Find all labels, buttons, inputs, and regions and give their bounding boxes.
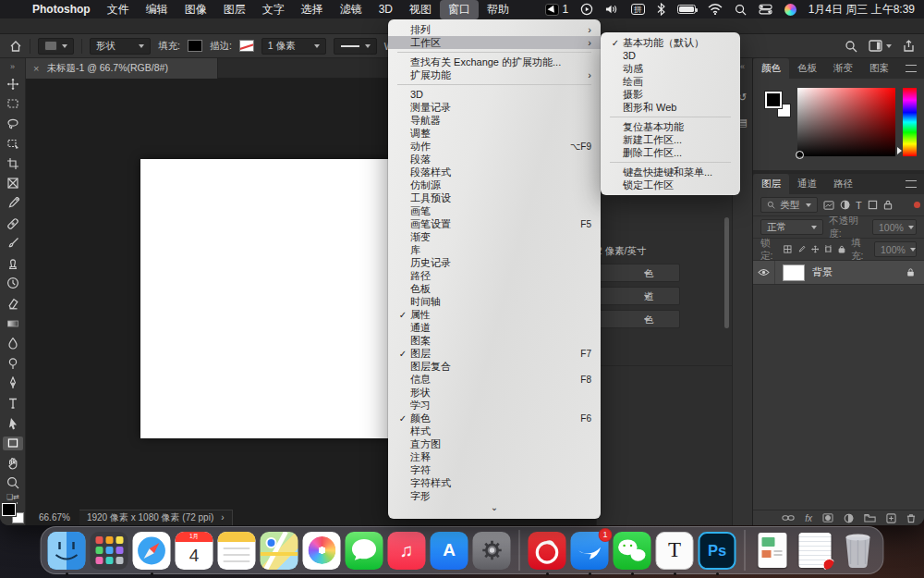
new-layer-icon[interactable] [886,513,896,523]
tab-颜色[interactable]: 颜色 [753,58,789,79]
submenu-item-绘画[interactable]: 绘画 [601,75,740,88]
lock-transparency-icon[interactable] [784,244,792,254]
menu-item-字形[interactable]: 字形 [388,489,601,502]
tab-图层[interactable]: 图层 [753,174,789,194]
filter-type-layers-icon[interactable]: T [856,200,862,211]
menu-item-直方图[interactable]: 直方图 [388,437,601,450]
menubar-item-图层[interactable]: 图层 [215,0,254,19]
submenu-item-动感[interactable]: 动感 [601,62,740,75]
layer-row-background[interactable]: 背景 [753,261,924,285]
crop-tool[interactable] [3,156,23,170]
layer-visibility-toggle[interactable] [753,261,775,284]
dock-app-app-store[interactable]: A [431,532,468,570]
menu-item-工作区[interactable]: 工作区› [388,36,601,49]
document-info[interactable]: 1920 像素 x 1080 像素 (72 ppi) › [79,510,233,526]
menubar-clock[interactable]: 1月4日 周三 上午8:39 [808,2,915,18]
filter-shape-layers-icon[interactable] [868,200,878,210]
now-playing-icon[interactable] [580,3,593,16]
hand-tool[interactable] [3,456,23,470]
lock-position-icon[interactable] [811,244,820,254]
zoom-tool[interactable] [3,476,23,490]
spotlight-search-icon[interactable] [735,4,747,16]
workspace-switcher[interactable] [869,40,892,52]
dodge-tool[interactable] [3,356,23,370]
zoom-level[interactable]: 66.67% [39,512,70,523]
menu-item-路径[interactable]: 路径 [388,269,601,282]
collapse-toolbar-icon[interactable]: » [0,58,25,73]
menu-item-样式[interactable]: 样式 [388,424,601,437]
dock-app-trash[interactable] [839,532,877,570]
submenu-item-基本功能（默认）[interactable]: ✓基本功能（默认） [601,36,740,49]
default-colors-icon[interactable]: ❏⇄ [6,493,19,501]
menu-item-查找有关 Exchange 的扩展功能...[interactable]: 查找有关 Exchange 的扩展功能... [388,55,601,68]
submenu-item-复位基本功能[interactable]: 复位基本功能 [601,120,740,133]
volume-icon[interactable] [605,4,619,15]
tab-图案[interactable]: 图案 [861,58,897,79]
stroke-width-select[interactable]: 1 像素 [261,38,326,55]
lock-all-icon[interactable] [838,244,845,254]
submenu-item-键盘快捷键和菜单...[interactable]: 键盘快捷键和菜单... [601,166,740,178]
menu-item-调整[interactable]: 调整 [388,127,601,140]
lasso-tool[interactable] [3,117,23,130]
filtering-toggle[interactable] [914,202,920,208]
menu-item-历史记录[interactable]: 历史记录 [388,256,601,269]
filter-type-select[interactable]: 类型 [760,197,818,213]
dock-app-finder[interactable] [48,532,86,570]
menu-item-动作[interactable]: 动作⌥F9 [388,140,601,153]
submenu-item-删除工作区...[interactable]: 删除工作区... [601,146,740,159]
submenu-item-图形和 Web[interactable]: 图形和 Web [601,101,740,114]
menu-item-属性[interactable]: ✓属性 [388,308,601,321]
menu-item-渐变[interactable]: 渐变 [388,230,601,243]
healing-brush-tool[interactable] [3,216,23,230]
menu-item-时间轴[interactable]: 时间轴 [388,295,601,308]
dock-app-launchpad[interactable] [91,532,128,570]
menu-item-画笔设置[interactable]: 画笔设置F5 [388,217,601,230]
saturation-brightness-field[interactable] [797,88,895,156]
dock-app-safari[interactable] [133,532,171,570]
submenu-item-新建工作区...[interactable]: 新建工作区... [601,133,740,146]
menu-item-库[interactable]: 库 [388,243,601,256]
bluetooth-icon[interactable] [657,3,665,16]
menu-item-测量记录[interactable]: 测量记录 [388,101,601,114]
tool-preset-picker[interactable] [38,38,74,55]
dock-app-messages[interactable] [346,532,383,570]
screen-capture-status[interactable]: 1 [545,3,568,16]
history-brush-tool[interactable] [3,277,23,290]
filter-smart-objects-icon[interactable] [883,200,893,210]
dock-app-document-1[interactable] [754,532,792,570]
lock-artboard-icon[interactable] [824,244,833,254]
foreground-color-swatch[interactable] [2,503,16,516]
submenu-item-摄影[interactable]: 摄影 [601,88,740,101]
move-tool[interactable] [3,77,23,91]
wifi-icon[interactable] [708,4,723,15]
menu-item-字符[interactable]: 字符 [388,463,601,476]
menu-scroll-down-icon[interactable]: ⌄ [388,502,601,514]
menu-item-通道[interactable]: 通道 [388,321,601,334]
menu-item-颜色[interactable]: ✓颜色F6 [388,412,601,424]
tab-渐变[interactable]: 渐变 [825,58,861,79]
delete-layer-icon[interactable] [906,513,916,523]
fill-swatch[interactable] [188,40,202,52]
input-method-icon[interactable]: 拼 [631,4,645,15]
hue-marker[interactable] [897,147,902,154]
layer-mask-icon[interactable] [822,513,833,523]
type-tool[interactable] [3,397,23,411]
menu-item-段落[interactable]: 段落 [388,153,601,166]
menu-item-工具预设[interactable]: 工具预设 [388,191,601,204]
panel-menu-icon[interactable] [906,180,917,188]
dock-app-music[interactable]: ♫ [388,532,426,570]
shape-mode-select[interactable]: 形状 [90,38,151,55]
lock-pixels-icon[interactable] [797,244,806,254]
dock-app-photoshop[interactable]: Ps [699,532,736,570]
home-icon[interactable] [9,40,22,53]
menu-item-画笔[interactable]: 画笔 [388,204,601,217]
tab-色板[interactable]: 色板 [789,58,825,79]
frame-tool[interactable] [3,177,23,191]
adjustment-layer-icon[interactable] [844,513,854,523]
color-cursor[interactable] [796,151,804,159]
menu-item-排列[interactable]: 排列› [388,23,601,36]
menu-item-图案[interactable]: 图案 [388,334,601,347]
menu-item-字符样式[interactable]: 字符样式 [388,476,601,489]
siri-icon[interactable] [784,4,796,16]
filter-adjustment-layers-icon[interactable] [840,200,850,210]
